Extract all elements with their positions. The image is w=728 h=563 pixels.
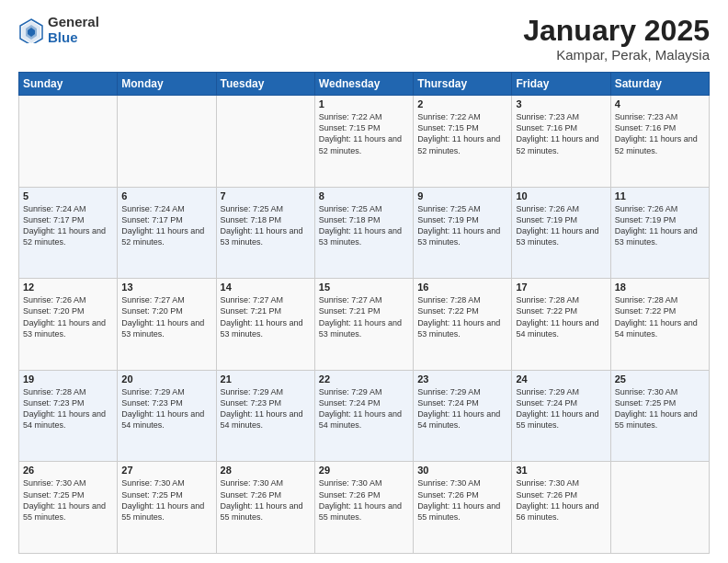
col-header-wednesday: Wednesday [314,73,413,96]
day-number: 10 [516,190,606,201]
day-number: 14 [221,282,311,293]
calendar-cell: 20Sunrise: 7:29 AM Sunset: 7:23 PM Dayli… [118,370,216,462]
day-info: Sunrise: 7:24 AM Sunset: 7:17 PM Dayligh… [121,203,211,248]
day-info: Sunrise: 7:30 AM Sunset: 7:26 PM Dayligh… [319,477,409,523]
calendar-cell: 21Sunrise: 7:29 AM Sunset: 7:23 PM Dayli… [216,370,314,462]
calendar-cell: 1Sunrise: 7:22 AM Sunset: 7:15 PM Daylig… [314,96,413,188]
col-header-monday: Monday [118,73,216,96]
calendar-cell: 22Sunrise: 7:29 AM Sunset: 7:24 PM Dayli… [314,370,413,462]
calendar-cell: 5Sunrise: 7:24 AM Sunset: 7:17 PM Daylig… [19,187,118,279]
day-number: 11 [615,190,705,201]
day-number: 31 [516,465,606,476]
day-info: Sunrise: 7:29 AM Sunset: 7:23 PM Dayligh… [121,386,211,431]
day-info: Sunrise: 7:29 AM Sunset: 7:24 PM Dayligh… [417,386,507,431]
day-info: Sunrise: 7:27 AM Sunset: 7:21 PM Dayligh… [319,294,409,339]
day-info: Sunrise: 7:26 AM Sunset: 7:19 PM Dayligh… [615,203,705,248]
day-info: Sunrise: 7:28 AM Sunset: 7:22 PM Dayligh… [615,294,705,339]
calendar-cell: 14Sunrise: 7:27 AM Sunset: 7:21 PM Dayli… [216,279,314,371]
day-number: 23 [417,373,507,385]
week-row-5: 26Sunrise: 7:30 AM Sunset: 7:25 PM Dayli… [19,462,710,554]
day-info: Sunrise: 7:22 AM Sunset: 7:15 PM Dayligh… [319,111,409,156]
col-header-sunday: Sunday [19,73,118,96]
calendar-cell: 11Sunrise: 7:26 AM Sunset: 7:19 PM Dayli… [610,187,709,279]
day-info: Sunrise: 7:27 AM Sunset: 7:21 PM Dayligh… [221,294,311,339]
week-row-3: 12Sunrise: 7:26 AM Sunset: 7:20 PM Dayli… [19,279,710,371]
calendar-table: SundayMondayTuesdayWednesdayThursdayFrid… [18,72,710,554]
logo-general-label: General [48,15,99,30]
day-number: 20 [121,373,211,385]
calendar-cell: 27Sunrise: 7:30 AM Sunset: 7:25 PM Dayli… [118,462,216,554]
day-number: 8 [319,190,409,201]
day-info: Sunrise: 7:23 AM Sunset: 7:16 PM Dayligh… [516,111,606,156]
calendar-cell: 16Sunrise: 7:28 AM Sunset: 7:22 PM Dayli… [414,279,512,371]
day-number: 2 [417,98,507,109]
week-row-2: 5Sunrise: 7:24 AM Sunset: 7:17 PM Daylig… [19,187,710,279]
calendar-cell: 31Sunrise: 7:30 AM Sunset: 7:26 PM Dayli… [512,462,610,554]
week-row-4: 19Sunrise: 7:28 AM Sunset: 7:23 PM Dayli… [19,370,710,462]
calendar-cell: 10Sunrise: 7:26 AM Sunset: 7:19 PM Dayli… [512,187,610,279]
calendar-cell: 25Sunrise: 7:30 AM Sunset: 7:25 PM Dayli… [610,370,709,462]
logo: General Blue [18,15,99,45]
calendar-cell: 17Sunrise: 7:28 AM Sunset: 7:22 PM Dayli… [512,279,610,371]
day-number: 9 [417,190,507,201]
day-info: Sunrise: 7:25 AM Sunset: 7:18 PM Dayligh… [319,203,409,248]
day-number: 28 [221,465,311,476]
calendar-cell: 26Sunrise: 7:30 AM Sunset: 7:25 PM Dayli… [19,462,118,554]
day-info: Sunrise: 7:28 AM Sunset: 7:22 PM Dayligh… [417,294,507,339]
day-number: 16 [417,282,507,293]
day-info: Sunrise: 7:23 AM Sunset: 7:16 PM Dayligh… [615,111,705,156]
day-number: 27 [121,465,211,476]
day-info: Sunrise: 7:25 AM Sunset: 7:19 PM Dayligh… [417,203,507,248]
day-info: Sunrise: 7:25 AM Sunset: 7:18 PM Dayligh… [221,203,311,248]
day-info: Sunrise: 7:29 AM Sunset: 7:24 PM Dayligh… [319,386,409,431]
day-info: Sunrise: 7:28 AM Sunset: 7:23 PM Dayligh… [23,386,113,431]
day-info: Sunrise: 7:30 AM Sunset: 7:26 PM Dayligh… [516,477,606,523]
calendar-cell [19,96,118,188]
col-header-friday: Friday [512,73,610,96]
day-headers-row: SundayMondayTuesdayWednesdayThursdayFrid… [19,73,710,96]
calendar-cell: 6Sunrise: 7:24 AM Sunset: 7:17 PM Daylig… [118,187,216,279]
day-number: 30 [417,465,507,476]
day-info: Sunrise: 7:22 AM Sunset: 7:15 PM Dayligh… [417,111,507,156]
day-info: Sunrise: 7:28 AM Sunset: 7:22 PM Dayligh… [516,294,606,339]
day-number: 6 [121,190,211,201]
day-info: Sunrise: 7:26 AM Sunset: 7:20 PM Dayligh… [23,294,113,339]
calendar-body: 1Sunrise: 7:22 AM Sunset: 7:15 PM Daylig… [19,96,710,554]
calendar-cell: 18Sunrise: 7:28 AM Sunset: 7:22 PM Dayli… [610,279,709,371]
header: General Blue January 2025 Kampar, Perak,… [18,15,710,63]
calendar-cell: 15Sunrise: 7:27 AM Sunset: 7:21 PM Dayli… [314,279,413,371]
day-info: Sunrise: 7:30 AM Sunset: 7:25 PM Dayligh… [615,386,705,431]
day-number: 13 [121,282,211,293]
day-number: 12 [23,282,113,293]
day-info: Sunrise: 7:29 AM Sunset: 7:24 PM Dayligh… [516,386,606,431]
calendar-cell [216,96,314,188]
calendar-header: SundayMondayTuesdayWednesdayThursdayFrid… [19,73,710,96]
day-number: 26 [23,465,113,476]
day-number: 19 [23,373,113,385]
day-number: 24 [516,373,606,385]
day-number: 18 [615,282,705,293]
day-number: 15 [319,282,409,293]
day-info: Sunrise: 7:24 AM Sunset: 7:17 PM Dayligh… [23,203,113,248]
calendar-cell: 30Sunrise: 7:30 AM Sunset: 7:26 PM Dayli… [414,462,512,554]
calendar-cell: 2Sunrise: 7:22 AM Sunset: 7:15 PM Daylig… [414,96,512,188]
day-number: 25 [615,373,705,385]
calendar-cell: 3Sunrise: 7:23 AM Sunset: 7:16 PM Daylig… [512,96,610,188]
day-number: 7 [221,190,311,201]
day-info: Sunrise: 7:30 AM Sunset: 7:25 PM Dayligh… [121,477,211,523]
logo-icon [18,17,44,43]
day-number: 4 [615,98,705,109]
calendar-cell: 13Sunrise: 7:27 AM Sunset: 7:20 PM Dayli… [118,279,216,371]
day-number: 5 [23,190,113,201]
calendar-cell: 9Sunrise: 7:25 AM Sunset: 7:19 PM Daylig… [414,187,512,279]
logo-text: General Blue [48,15,99,45]
day-number: 22 [319,373,409,385]
page: General Blue January 2025 Kampar, Perak,… [0,0,728,563]
calendar-subtitle: Kampar, Perak, Malaysia [523,47,710,63]
calendar-cell [610,462,709,554]
day-info: Sunrise: 7:29 AM Sunset: 7:23 PM Dayligh… [221,386,311,431]
calendar-cell: 8Sunrise: 7:25 AM Sunset: 7:18 PM Daylig… [314,187,413,279]
week-row-1: 1Sunrise: 7:22 AM Sunset: 7:15 PM Daylig… [19,96,710,188]
calendar-cell: 28Sunrise: 7:30 AM Sunset: 7:26 PM Dayli… [216,462,314,554]
title-block: January 2025 Kampar, Perak, Malaysia [523,15,710,63]
